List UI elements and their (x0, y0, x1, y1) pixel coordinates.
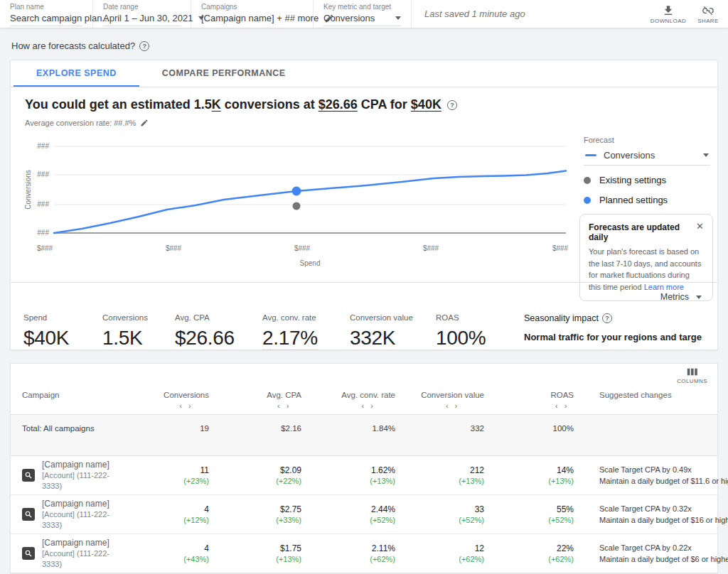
planned-settings-line (54, 171, 566, 234)
col-header-avg-cpa[interactable]: Avg. CPA‹ › (209, 391, 301, 410)
account-name: [Account] (111-222-3333) (42, 548, 124, 570)
top-toolbar: Plan name Search campaign plan... Date r… (0, 0, 728, 28)
x-axis-title: Spend (300, 259, 321, 267)
help-icon[interactable]: ? (139, 41, 149, 51)
tab-compare-performance[interactable]: COMPARE PERFORMANCE (139, 60, 309, 87)
account-name: [Account] (111-222-3333) (42, 470, 124, 492)
account-name: [Account] (111-222-3333) (42, 509, 124, 531)
search-campaign-icon (22, 508, 35, 521)
sort-icon[interactable]: ‹ › (550, 401, 574, 410)
download-icon (662, 4, 675, 17)
chevron-down-icon (696, 296, 702, 299)
sort-icon[interactable]: ‹ › (164, 401, 209, 410)
campaign-table-card: COLUMNS Campaign Conversions‹ › Avg. CPA… (10, 363, 718, 574)
legend-item-existing: Existing settings (584, 175, 710, 185)
chevron-down-icon[interactable] (395, 16, 401, 20)
table-total-row: Total: All campaigns 19 $2.16 1.84% 332 … (11, 415, 717, 456)
avg-conversion-rate-note: Average conversion rate: ##.#% (25, 119, 149, 127)
svg-text:###: ### (37, 229, 49, 237)
info-card-title: Forecasts are updated daily (589, 222, 696, 242)
campaigns-field[interactable]: Campaigns [Campaign name] + ## more (191, 0, 314, 28)
table-row[interactable]: [Campaign name] [Account] (111-222-3333)… (11, 495, 717, 534)
suggested-changes: Scale Target CPA by 0.32xMaintain a dail… (574, 503, 728, 526)
campaign-name[interactable]: [Campaign name] (42, 537, 124, 548)
forecast-headline: You could get an estimated 1.5K conversi… (25, 97, 457, 112)
metric-tile-conversions: Conversions 1.5K (102, 313, 148, 350)
campaign-name[interactable]: [Campaign name] (42, 459, 124, 470)
date-range-label: Date range (103, 3, 181, 11)
learn-more-link[interactable]: Learn more (644, 283, 684, 291)
svg-text:$###: $### (37, 244, 53, 252)
metric-tile-avg-conv-rate: Avg. conv. rate 2.17% (262, 313, 318, 350)
share-button[interactable]: SHARE (688, 0, 728, 28)
chevron-down-icon (703, 153, 709, 157)
sort-icon[interactable]: ‹ › (341, 401, 395, 410)
y-axis-title: Conversions (25, 170, 32, 210)
forecast-metric-dropdown[interactable]: Conversions (584, 144, 710, 166)
col-header-roas[interactable]: ROAS‹ › (484, 391, 574, 410)
plan-name-field[interactable]: Plan name Search campaign plan... (0, 0, 93, 28)
link-off-icon (702, 4, 714, 17)
svg-text:$###: $### (166, 244, 182, 252)
search-campaign-icon (22, 547, 35, 560)
col-header-conversion-value[interactable]: Conversion value‹ › (395, 391, 484, 410)
campaign-name[interactable]: [Campaign name] (42, 498, 124, 509)
metric-tile-roas: ROAS 100% (436, 313, 486, 350)
table-header-row: Campaign Conversions‹ › Avg. CPA‹ › Avg.… (11, 391, 717, 415)
how-forecasts-calculated-link[interactable]: How are forecasts calculated? (11, 40, 135, 51)
forecast-info-card: Forecasts are updated daily ✕ Your plan'… (579, 214, 713, 301)
svg-text:$###: $### (423, 244, 439, 252)
sort-icon[interactable]: ‹ › (421, 401, 484, 410)
search-campaign-icon (22, 469, 35, 482)
help-icon[interactable]: ? (447, 100, 457, 110)
legend-item-planned: Planned settings (584, 195, 710, 205)
explore-spend-card: EXPLORE SPEND COMPARE PERFORMANCE You co… (10, 60, 718, 350)
sort-icon[interactable]: ‹ › (267, 401, 301, 410)
tab-explore-spend[interactable]: EXPLORE SPEND (14, 60, 139, 87)
table-row[interactable]: [Campaign name] [Account] (111-222-3333)… (11, 456, 717, 495)
campaigns-label: Campaigns (201, 3, 303, 11)
suggested-changes: Scale Target CPA by 0.49xMaintain a dail… (574, 464, 728, 487)
columns-button[interactable]: COLUMNS (677, 367, 707, 384)
forecast-line-chart: ### ### ### ### $### $### $### $### $###… (25, 140, 579, 271)
svg-text:$###: $### (552, 244, 569, 252)
col-header-campaign[interactable]: Campaign (11, 391, 124, 410)
forecasts-help-row: How are forecasts calculated? ? (0, 28, 728, 60)
legend-title: Forecast (584, 136, 710, 144)
planned-settings-point (292, 187, 301, 196)
svg-text:###: ### (37, 142, 49, 150)
columns-icon (687, 367, 698, 377)
download-button[interactable]: DOWNLOAD (648, 0, 688, 28)
existing-settings-dot (584, 177, 591, 184)
seasonality-value: Normal traffic for your regions and targ… (524, 332, 706, 342)
metrics-divider (11, 282, 717, 283)
date-range-field[interactable]: Date range April 1 – Jun 30, 2021 (93, 0, 191, 28)
existing-settings-point (293, 202, 301, 210)
plan-name-label: Plan name (10, 3, 82, 11)
col-header-conversions[interactable]: Conversions‹ › (124, 391, 209, 410)
chart-legend: Forecast Conversions Existing settings P… (584, 136, 710, 205)
key-metric-field[interactable]: Key metric and target Conversions (314, 0, 412, 28)
last-saved-status: Last saved 1 minute ago (412, 9, 525, 19)
help-icon[interactable]: ? (602, 313, 612, 323)
table-row[interactable]: [Campaign name] [Account] (111-222-3333)… (11, 534, 717, 573)
suggested-changes: Scale Target CPA by 0.22xMaintain a dail… (574, 542, 728, 565)
svg-text:###: ### (37, 170, 49, 178)
metric-tile-spend: Spend $40K (23, 313, 69, 350)
series-line-swatch (585, 154, 596, 156)
col-header-avg-conv-rate[interactable]: Avg. conv. rate‹ › (301, 391, 395, 410)
planned-settings-dot (584, 197, 591, 204)
col-header-suggested-changes: Suggested changes (574, 391, 717, 410)
date-range-value[interactable]: April 1 – Jun 30, 2021 (103, 13, 193, 23)
metrics-dropdown[interactable]: Metrics (660, 292, 702, 302)
seasonality-tile: Seasonality impact ? Normal traffic for … (524, 313, 706, 342)
key-metric-value[interactable]: Conversions (323, 13, 390, 23)
campaigns-value: [Campaign name] + ## more (201, 13, 318, 23)
metric-tile-conversion-value: Conversion value 332K (350, 313, 413, 350)
edit-pencil-icon[interactable] (140, 119, 149, 127)
svg-text:###: ### (37, 200, 49, 208)
metric-tile-avg-cpa: Avg. CPA $26.66 (175, 313, 235, 350)
key-metric-label: Key metric and target (323, 3, 401, 11)
svg-text:$###: $### (294, 244, 311, 252)
close-icon[interactable]: ✕ (696, 222, 704, 231)
